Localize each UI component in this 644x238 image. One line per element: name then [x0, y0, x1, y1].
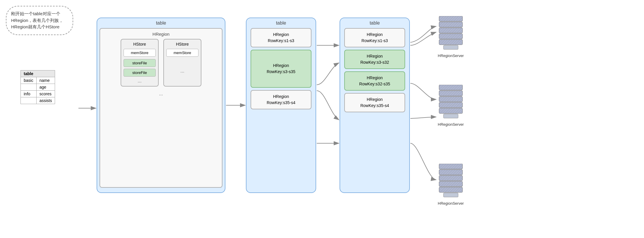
svg-rect-11 — [443, 45, 458, 49]
hstore1-label: HStore — [124, 42, 156, 46]
region-s3-s32: HRegionRowKey:s3-s32 — [344, 50, 405, 69]
svg-rect-28 — [439, 170, 463, 175]
storefile-1b: storeFile — [124, 69, 156, 77]
simple-table: table basic name age info scores assists — [20, 70, 55, 104]
storefile-1a: storeFile — [124, 59, 156, 67]
region-s35-s4-a: HRegionRowKey:s35-s4 — [251, 90, 311, 109]
svg-rect-32 — [439, 181, 463, 187]
memstore-1: memStore — [124, 49, 156, 57]
diagram-container: 刚开始一个table对应一个HRegion，表有几个列族，HRegion就有几个… — [0, 0, 644, 238]
region-s32-s35: HRegionRowKey:s32-s35 — [344, 71, 405, 91]
table1-label: table — [97, 18, 225, 26]
hregion-box-1: HRegion HStore memStore storeFile storeF… — [100, 28, 222, 188]
table-cell: basic — [21, 77, 37, 84]
svg-rect-20 — [439, 102, 463, 108]
table-cell: assists — [36, 97, 55, 104]
hregion-label-1: HRegion — [103, 32, 219, 37]
svg-rect-16 — [439, 91, 463, 96]
table2-label: table — [246, 18, 316, 26]
svg-rect-23 — [443, 114, 458, 118]
region-s1-s3-b: HRegionRowKey:s1-s3 — [344, 28, 405, 47]
server-label-2: HRegionServer — [436, 122, 465, 127]
dots-1: ... — [124, 78, 156, 84]
server-icon-1: HRegionServer — [436, 16, 465, 58]
svg-rect-34 — [439, 187, 463, 192]
region-s35-s4-b: HRegionRowKey:s35-s4 — [344, 93, 405, 112]
hstore-row: HStore memStore storeFile storeFile ... … — [103, 39, 219, 87]
dots-2: ... — [166, 68, 198, 74]
table-cell — [21, 84, 37, 91]
callout-bubble: 刚开始一个table对应一个HRegion，表有几个列族，HRegion就有几个… — [6, 6, 73, 35]
svg-rect-6 — [439, 28, 463, 33]
svg-rect-22 — [439, 108, 463, 113]
table3-label: table — [340, 18, 409, 26]
svg-rect-4 — [439, 22, 463, 27]
svg-rect-26 — [439, 164, 463, 169]
table-cell: info — [21, 91, 37, 97]
hstore2-label: HStore — [166, 42, 198, 46]
table-cell: age — [36, 84, 55, 91]
hstore-box-1: HStore memStore storeFile storeFile ... — [121, 39, 159, 87]
hstore-box-2: HStore memStore ... — [163, 39, 201, 87]
svg-rect-14 — [439, 85, 463, 90]
table-header: table — [21, 70, 55, 77]
table-cell — [21, 97, 37, 104]
svg-rect-18 — [439, 96, 463, 102]
server-icon-3: HRegionServer — [436, 164, 465, 206]
server-icon-2: HRegionServer — [436, 85, 465, 127]
svg-rect-10 — [439, 39, 463, 45]
hregion-dots: ... — [103, 91, 219, 96]
server-label-3: HRegionServer — [436, 201, 465, 206]
svg-rect-35 — [443, 193, 458, 197]
table-box-2: table HRegionRowKey:s1-s3 HRegionRowKey:… — [246, 18, 316, 193]
memstore-2: memStore — [166, 49, 198, 57]
table-box-1: table HRegion HStore memStore storeFile … — [97, 18, 225, 193]
svg-rect-2 — [439, 16, 463, 21]
svg-rect-8 — [439, 34, 463, 39]
server-label-1: HRegionServer — [436, 54, 465, 58]
callout-text: 刚开始一个table对应一个HRegion，表有几个列族，HRegion就有几个… — [11, 11, 63, 29]
region-s1-s3-a: HRegionRowKey:s1-s3 — [251, 28, 311, 47]
table-cell: name — [36, 77, 55, 84]
table-box-3: table HRegionRowKey:s1-s3 HRegionRowKey:… — [340, 18, 410, 193]
table-cell: scores — [36, 91, 55, 97]
region-s3-s35: HRegionRowKey:s3-s35 — [251, 50, 311, 88]
svg-rect-30 — [439, 175, 463, 181]
